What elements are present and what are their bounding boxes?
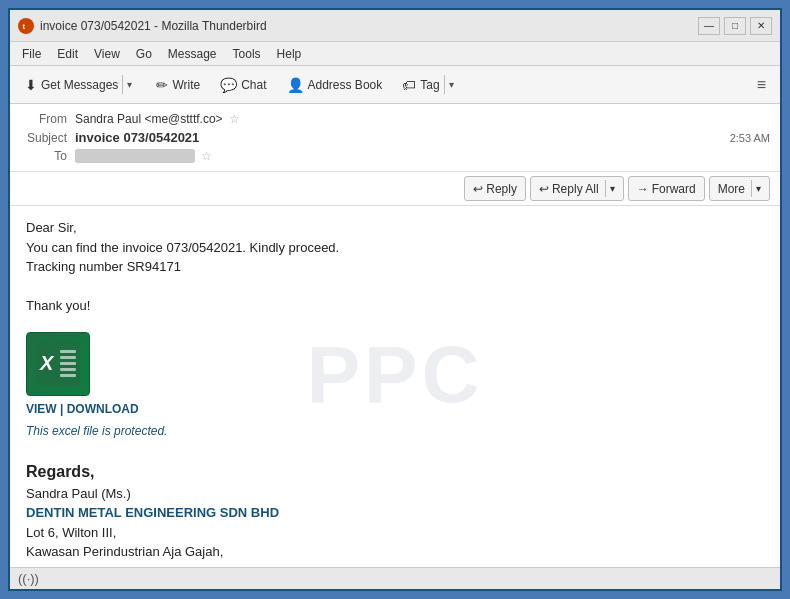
window-controls: — □ ✕ — [698, 17, 772, 35]
subject-row: Subject invoice 073/0542021 2:53 AM — [20, 128, 770, 147]
attachment-box: X VIEW | DOWNLOAD This excel file is pro… — [26, 332, 764, 440]
menu-tools[interactable]: Tools — [225, 45, 269, 63]
title-bar: t invoice 073/0542021 - Mozilla Thunderb… — [10, 10, 780, 42]
from-star-icon[interactable]: ☆ — [229, 112, 240, 126]
to-address-blurred — [75, 149, 195, 163]
email-content: Dear Sir, You can find the invoice 073/0… — [26, 218, 764, 567]
body-thanks: Thank you! — [26, 296, 764, 316]
regards-address2: Kawasan Perindustrian Aja Gajah, — [26, 542, 764, 562]
from-address: Sandra Paul <me@stttf.co> — [75, 112, 223, 126]
svg-rect-4 — [60, 350, 76, 353]
more-label: More — [718, 182, 745, 196]
forward-label: Forward — [652, 182, 696, 196]
chat-icon: 💬 — [220, 77, 237, 93]
regards-address1: Lot 6, Wilton III, — [26, 523, 764, 543]
get-messages-icon: ⬇ — [25, 77, 37, 93]
regards-company: DENTIN METAL ENGINEERING SDN BHD — [26, 503, 764, 523]
chat-button[interactable]: 💬 Chat — [211, 72, 275, 98]
email-fields: From Sandra Paul <me@stttf.co> ☆ Subject… — [20, 110, 770, 165]
body-line2: Tracking number SR94171 — [26, 257, 764, 277]
greeting: Dear Sir, — [26, 218, 764, 238]
svg-rect-7 — [60, 368, 76, 371]
from-label: From — [20, 112, 75, 126]
email-timestamp: 2:53 AM — [730, 132, 770, 144]
maximize-button[interactable]: □ — [724, 17, 746, 35]
email-header: From Sandra Paul <me@stttf.co> ☆ Subject… — [10, 104, 780, 172]
tag-label: Tag — [420, 78, 439, 92]
menu-file[interactable]: File — [14, 45, 49, 63]
regards-address3: 78000 Alor Gajah, — [26, 562, 764, 568]
email-body: PPC Dear Sir, You can find the invoice 0… — [10, 206, 780, 567]
forward-icon: → — [637, 182, 649, 196]
reply-all-dropdown-arrow[interactable]: ▾ — [605, 180, 619, 197]
tag-arrow[interactable]: ▾ — [444, 75, 458, 94]
regards-section: Regards, Sandra Paul (Ms.) DENTIN METAL … — [26, 460, 764, 568]
window-title: invoice 073/0542021 - Mozilla Thunderbir… — [40, 19, 267, 33]
hamburger-button[interactable]: ≡ — [749, 72, 774, 98]
from-value: Sandra Paul <me@stttf.co> ☆ — [75, 112, 770, 126]
svg-rect-6 — [60, 362, 76, 365]
menu-go[interactable]: Go — [128, 45, 160, 63]
subject-value: invoice 073/0542021 — [75, 130, 199, 145]
svg-rect-5 — [60, 356, 76, 359]
svg-text:X: X — [39, 352, 55, 374]
menu-bar: File Edit View Go Message Tools Help — [10, 42, 780, 66]
regards-name: Sandra Paul (Ms.) — [26, 484, 764, 504]
minimize-button[interactable]: — — [698, 17, 720, 35]
menu-message[interactable]: Message — [160, 45, 225, 63]
more-button[interactable]: More ▾ — [709, 176, 770, 201]
main-window: t invoice 073/0542021 - Mozilla Thunderb… — [8, 8, 782, 591]
body-line1: You can find the invoice 073/0542021. Ki… — [26, 238, 764, 258]
protected-text: This excel file is protected. — [26, 422, 167, 440]
subject-value-wrapper: invoice 073/0542021 — [75, 130, 730, 145]
get-messages-button[interactable]: ⬇ Get Messages ▾ — [16, 70, 145, 99]
menu-view[interactable]: View — [86, 45, 128, 63]
get-messages-arrow[interactable]: ▾ — [122, 75, 136, 94]
reply-all-button[interactable]: ↩ Reply All ▾ — [530, 176, 624, 201]
menu-help[interactable]: Help — [269, 45, 310, 63]
view-download-link[interactable]: VIEW | DOWNLOAD — [26, 400, 139, 418]
subject-label: Subject — [20, 131, 75, 145]
write-label: Write — [172, 78, 200, 92]
toolbar-right: ≡ — [749, 72, 774, 98]
write-icon: ✏ — [156, 77, 168, 93]
to-row: To ☆ — [20, 147, 770, 165]
forward-button[interactable]: → Forward — [628, 176, 705, 201]
reply-all-label: Reply All — [552, 182, 599, 196]
reply-icon: ↩ — [473, 182, 483, 196]
to-star-icon[interactable]: ☆ — [201, 149, 212, 163]
to-label: To — [20, 149, 75, 163]
chat-label: Chat — [241, 78, 266, 92]
status-bar: ((·)) — [10, 567, 780, 589]
get-messages-label: Get Messages — [41, 78, 118, 92]
reply-all-icon: ↩ — [539, 182, 549, 196]
address-book-button[interactable]: 👤 Address Book — [278, 72, 392, 98]
wifi-icon: ((·)) — [18, 571, 39, 586]
address-book-icon: 👤 — [287, 77, 304, 93]
from-row: From Sandra Paul <me@stttf.co> ☆ — [20, 110, 770, 128]
excel-attachment-icon[interactable]: X — [26, 332, 90, 396]
to-value-wrapper: ☆ — [75, 149, 770, 163]
write-button[interactable]: ✏ Write — [147, 72, 209, 98]
tag-button[interactable]: 🏷 Tag ▾ — [393, 70, 466, 99]
reply-button[interactable]: ↩ Reply — [464, 176, 526, 201]
reply-label: Reply — [486, 182, 517, 196]
regards-label: Regards, — [26, 460, 764, 484]
menu-edit[interactable]: Edit — [49, 45, 86, 63]
toolbar: ⬇ Get Messages ▾ ✏ Write 💬 Chat 👤 Addres… — [10, 66, 780, 104]
address-book-label: Address Book — [308, 78, 383, 92]
title-bar-left: t invoice 073/0542021 - Mozilla Thunderb… — [18, 18, 267, 34]
close-button[interactable]: ✕ — [750, 17, 772, 35]
svg-rect-8 — [60, 374, 76, 377]
more-dropdown-arrow[interactable]: ▾ — [751, 180, 765, 197]
action-buttons-row: ↩ Reply ↩ Reply All ▾ → Forward More ▾ — [10, 172, 780, 206]
app-icon: t — [18, 18, 34, 34]
svg-text:t: t — [23, 22, 26, 31]
tag-icon: 🏷 — [402, 77, 416, 93]
